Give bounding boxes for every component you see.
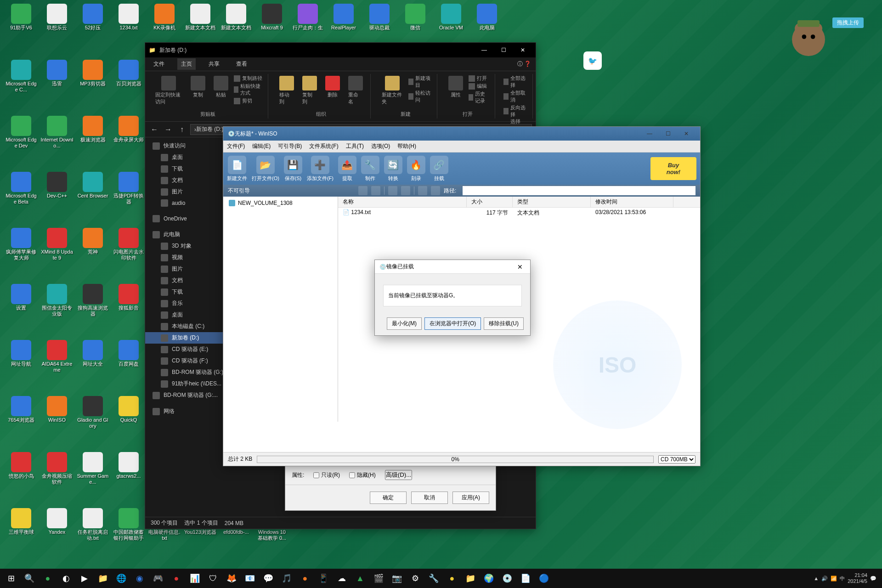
tray-icon[interactable]: 中 [840,575,845,582]
desktop-icon[interactable]: Mixcraft 9 [255,4,288,31]
taskbar-app[interactable]: 📁 [461,569,480,588]
desktop-icon[interactable]: 三维平衡球 [5,508,38,535]
moveto-button[interactable]: 移动到 [277,75,297,106]
toolbar-button[interactable]: ➕添加文件(F) [307,156,334,182]
desktop-icon[interactable]: 52好压 [76,4,109,31]
copyto-button[interactable]: 复制到 [300,75,320,106]
back-button[interactable]: ← [149,124,160,135]
taskbar-app[interactable]: ◉ [130,569,149,588]
open-in-browser-button[interactable]: 在浏览器中打开(O) [424,317,481,330]
tray-icon[interactable]: 📶 [831,576,837,582]
desktop-icon[interactable]: gtacrws2... [112,452,145,479]
desktop-icon[interactable]: Summer Game... [76,452,109,485]
menu-item[interactable]: 工具(T) [346,142,364,150]
desktop-icon[interactable]: 迅雷 [40,60,74,87]
cancel-button[interactable]: 取消 [411,492,448,504]
forward-button[interactable]: → [163,124,174,135]
taskbar-app[interactable]: 📊 [186,569,204,588]
ribbon-item[interactable]: 轻松访问 [408,90,432,103]
taskbar-app[interactable]: ⚙ [406,569,424,588]
toolbar-button[interactable]: 📤提取 [338,156,356,182]
menu-item[interactable]: 编辑(E) [252,142,271,150]
desktop-icon[interactable]: 疯师傅苹果修复大师 [5,228,38,261]
desktop-icon[interactable]: 金舟视频压缩软件 [40,452,74,485]
desktop-icon[interactable]: Microsoft Edge Dev [5,116,38,149]
desktop-icon[interactable]: 行尸走肉：生 [291,4,324,31]
dialog-titlebar[interactable]: 💿 镜像已挂载 ✕ [375,260,530,274]
desktop-icon[interactable]: Yandex [40,508,74,535]
pin-quickaccess-button[interactable]: 固定到快速访问 [153,75,185,106]
desktop-icon[interactable]: 任务栏脱离启动.txt [76,508,109,541]
winiso-tree[interactable]: NEW_VOLUME_1308 [223,197,338,422]
desktop-icon[interactable]: 搜狐影音 [112,284,145,311]
close-button[interactable]: ✕ [677,128,695,139]
taskbar-app[interactable]: 📄 [516,569,535,588]
rename-button[interactable]: 重命名 [345,75,366,106]
properties-button[interactable]: 属性 [446,75,466,99]
desktop-icon[interactable]: 百度网盘 [112,340,145,367]
taskbar-app[interactable]: ● [167,569,186,588]
toolbar-button[interactable]: 📂打开文件(O) [252,156,279,182]
taskbar-app[interactable]: 💬 [259,569,277,588]
taskbar-app[interactable]: 💿 [498,569,516,588]
toolbar-button[interactable]: 📄新建文件 [227,156,247,182]
menu-item[interactable]: 帮助(H) [397,142,416,150]
tool-button[interactable] [431,186,440,195]
tray-icon[interactable]: ▲ [814,576,819,581]
ribbon-item[interactable]: 剪切 [234,97,263,104]
taskbar-app[interactable]: ● [296,569,314,588]
upload-widget[interactable]: 拖拽上传 [781,9,836,60]
desktop-icon[interactable]: Dev-C++ [40,172,74,199]
readonly-checkbox[interactable]: 只读(R) [313,471,340,479]
desktop-icon[interactable]: 联想乐云 [40,4,74,31]
taskbar-app[interactable]: 🔵 [535,569,553,588]
menu-item[interactable]: 文件(F) [227,142,245,150]
upload-badge[interactable]: 拖拽上传 [832,17,864,28]
taskbar-app[interactable]: 📷 [388,569,406,588]
tool-button[interactable] [388,186,397,195]
desktop-icon[interactable]: Oracle VM [435,4,468,31]
taskbar-app[interactable]: ◐ [57,569,75,588]
desktop-icon[interactable]: 设置 [5,284,38,311]
desktop-icon[interactable]: 1234.txt [112,4,145,31]
taskbar-app[interactable]: ▲ [351,569,369,588]
taskbar-app[interactable]: 🔧 [424,569,443,588]
tool-button[interactable] [358,186,368,195]
taskbar-app[interactable]: ▶ [75,569,94,588]
taskbar-app[interactable]: 🌍 [480,569,498,588]
desktop-icon[interactable]: 91助手V6 [5,4,38,31]
winiso-titlebar[interactable]: 💿 无标题* - WinISO — ☐ ✕ [223,127,700,141]
system-tray[interactable]: ▲ 🔊 📶 中 21:04 2021/4/5 💬 [814,572,880,584]
ribbon-tab[interactable]: 查看 [232,58,251,70]
ribbon-item[interactable]: 粘贴快捷方式 [234,83,263,96]
maximize-button[interactable]: ☐ [494,44,513,57]
taskbar-app[interactable]: 🦊 [222,569,241,588]
ribbon-item[interactable]: 全部选择 [503,75,528,89]
desktop-icon[interactable]: 网址导航 [5,340,38,367]
close-button[interactable]: ✕ [514,44,532,57]
desktop-icon[interactable]: 迅捷PDF转换器 [112,172,145,205]
ribbon-tab[interactable]: 共享 [205,58,223,70]
buy-now-button[interactable]: Buynow! [650,157,696,180]
desktop-icon[interactable]: 百贝浏览器 [112,60,145,87]
desktop-icon[interactable]: 新建文本文档 [184,4,217,31]
newfolder-button[interactable]: 新建文件夹 [379,75,406,106]
up-button[interactable]: ↑ [176,124,187,135]
desktop-icon[interactable]: 荒神 [76,228,109,255]
taskbar-app[interactable]: 🎬 [369,569,388,588]
desktop-icon[interactable]: 驱动总裁 [363,4,396,31]
apply-button[interactable]: 应用(A) [452,492,489,504]
desktop-icon[interactable]: XMind 8 Update 9 [40,228,74,261]
ribbon-item[interactable]: 复制路径 [234,75,263,82]
toolbar-button[interactable]: 🔥刻录 [407,156,425,182]
desktop-icon[interactable]: Gladio and Glory [76,396,109,429]
desktop-icon[interactable]: 搜狗高速浏览器 [76,284,109,317]
desktop-icon[interactable]: RealPlayer [327,4,360,31]
desktop-icon[interactable]: 围信金太阳专业版 [40,284,74,317]
toolbar-button[interactable]: 🔗挂载 [430,156,448,182]
ribbon-item[interactable]: 反向选择 [503,104,528,118]
unmount-button[interactable]: 移除挂载(U) [484,317,524,330]
desktop-icon[interactable]: WinISO [40,396,74,423]
taskbar-app[interactable]: ● [443,569,461,588]
ribbon-tab[interactable]: 主页 [177,58,196,70]
